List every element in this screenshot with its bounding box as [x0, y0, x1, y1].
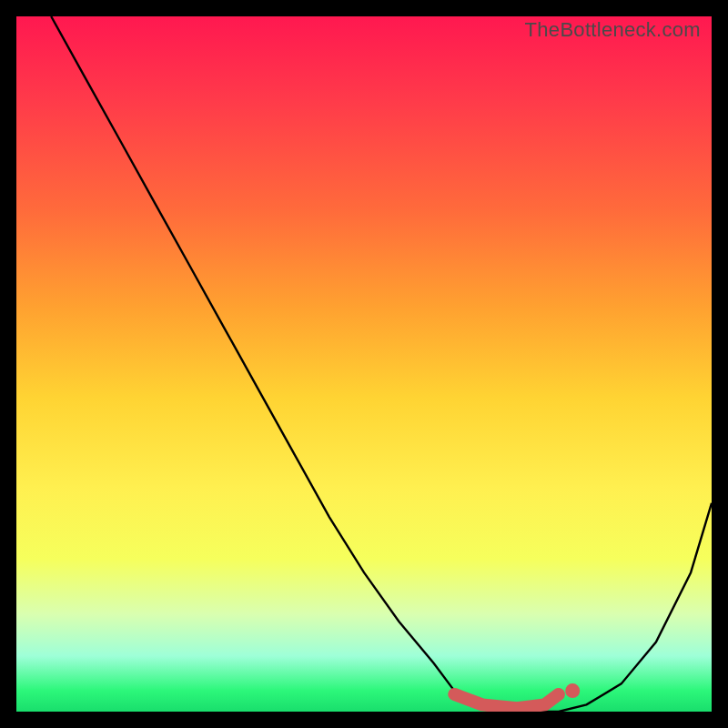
curve-layer: [16, 16, 712, 712]
plot-area: TheBottleneck.com: [16, 16, 712, 712]
marker-dot: [565, 683, 580, 698]
chart-container: TheBottleneck.com: [0, 0, 728, 728]
watermark-text: TheBottleneck.com: [525, 18, 701, 42]
bottleneck-curve: [51, 16, 712, 712]
marker-segment: [454, 694, 559, 708]
